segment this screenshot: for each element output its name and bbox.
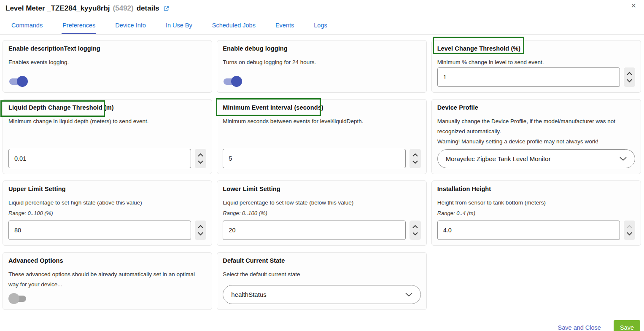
card-title: Installation Height xyxy=(437,186,635,192)
tab-device-info[interactable]: Device Info xyxy=(114,22,147,34)
toggle-thumb xyxy=(231,76,242,87)
stepper-down-icon[interactable] xyxy=(198,232,203,236)
header: Level Meter _TZE284_kyyu8rbj (5492) deta… xyxy=(0,0,644,13)
card-minimum-event-interval: Minimum Event Interval (seconds) Minimum… xyxy=(217,99,426,174)
preferences-grid: Enable descriptionText logging Enables e… xyxy=(0,35,644,310)
number-stepper xyxy=(195,149,206,168)
card-title: Advanced Options xyxy=(8,257,206,264)
card-description: Turns on debug logging for 24 hours. xyxy=(223,57,418,67)
card-title: Device Profile xyxy=(437,104,635,111)
liquid-depth-threshold-input[interactable] xyxy=(8,149,191,168)
card-title: Default Current State xyxy=(223,257,420,264)
device-name: Level Meter _TZE284_kyyu8rbj xyxy=(5,4,110,13)
minimum-event-interval-input[interactable] xyxy=(223,149,405,168)
number-stepper xyxy=(624,221,635,240)
toggle-thumb xyxy=(17,76,28,87)
advanced-options-toggle[interactable] xyxy=(9,293,27,304)
card-range: Range: 0..100 (%) xyxy=(223,210,420,216)
close-icon[interactable]: ✕ xyxy=(631,3,636,9)
card-warning: Warning! Manually setting a device profi… xyxy=(437,137,632,147)
card-title: Level Change Threshold (%) xyxy=(437,45,635,52)
card-lower-limit-setting: Lower Limit Setting Liquid percentage to… xyxy=(217,180,426,246)
card-range: Range: 0..4 (m) xyxy=(437,210,635,216)
save-and-close-button[interactable]: Save and Close xyxy=(558,324,601,331)
tab-bar: Commands Preferences Device Info In Use … xyxy=(0,13,644,35)
upper-limit-input[interactable] xyxy=(8,221,191,240)
tab-scheduled-jobs[interactable]: Scheduled Jobs xyxy=(211,22,256,34)
external-link-icon[interactable] xyxy=(163,5,170,12)
save-button[interactable]: Save xyxy=(614,320,640,331)
card-title: Upper Limit Setting xyxy=(8,186,206,192)
installation-height-input[interactable] xyxy=(437,221,620,240)
card-description: Minimum change in liquid depth (meters) … xyxy=(8,116,203,126)
card-description: Height from sensor to tank bottom (meter… xyxy=(437,198,632,208)
page-title: Level Meter _TZE284_kyyu8rbj (5492) deta… xyxy=(5,4,637,13)
card-enable-debug-logging: Enable debug logging Turns on debug logg… xyxy=(217,40,426,93)
chevron-down-icon xyxy=(405,293,412,297)
card-level-change-threshold: Level Change Threshold (%) Minimum % cha… xyxy=(431,40,641,93)
card-description: Minimum % change in level to send event. xyxy=(437,57,632,67)
footer-actions: Save and Close Save xyxy=(0,310,644,331)
empty-grid-cell xyxy=(431,252,641,310)
number-stepper xyxy=(195,221,206,240)
stepper-down-icon[interactable] xyxy=(627,79,632,83)
card-upper-limit-setting: Upper Limit Setting Liquid percentage to… xyxy=(3,180,212,246)
chevron-down-icon xyxy=(620,157,627,161)
number-stepper xyxy=(410,149,421,168)
card-advanced-options: Advanced Options These advanced options … xyxy=(3,252,212,310)
toggle-thumb xyxy=(8,293,19,304)
stepper-down-icon[interactable] xyxy=(412,232,418,236)
selected-value: Morayelec Zigbee Tank Level Monitor xyxy=(446,155,551,162)
card-description: Liquid percentage to set high state (abo… xyxy=(8,198,203,208)
debug-logging-toggle[interactable] xyxy=(224,76,241,87)
level-change-threshold-input[interactable] xyxy=(437,67,620,87)
device-profile-select[interactable]: Morayelec Zigbee Tank Level Monitor xyxy=(437,149,635,168)
device-id: (5492) xyxy=(113,4,134,13)
stepper-up-icon[interactable] xyxy=(198,225,203,229)
stepper-up-icon[interactable] xyxy=(198,153,203,157)
card-description: Minimum seconds between events for level… xyxy=(223,116,418,126)
card-device-profile: Device Profile Manually change the Devic… xyxy=(431,99,641,174)
card-range: Range: 0..100 (%) xyxy=(8,210,206,216)
tab-preferences[interactable]: Preferences xyxy=(62,22,96,34)
card-liquid-depth-change-threshold: Liquid Depth Change Threshold (m) Minimu… xyxy=(3,99,212,174)
tab-commands[interactable]: Commands xyxy=(11,22,43,34)
card-title: Minimum Event Interval (seconds) xyxy=(223,104,420,111)
card-description: Enables events logging. xyxy=(8,57,203,67)
card-installation-height: Installation Height Height from sensor t… xyxy=(431,180,641,246)
card-description: Select the default current state xyxy=(223,269,418,280)
stepper-up-icon[interactable] xyxy=(627,72,632,75)
tab-in-use-by[interactable]: In Use By xyxy=(165,22,193,34)
tab-logs[interactable]: Logs xyxy=(313,22,328,34)
card-title: Lower Limit Setting xyxy=(223,186,420,192)
stepper-up-icon[interactable] xyxy=(412,225,418,229)
card-description: Manually change the Device Profile, if t… xyxy=(437,116,632,137)
number-stepper xyxy=(410,221,421,240)
selected-value: healthStatus xyxy=(231,291,266,298)
default-current-state-select[interactable]: healthStatus xyxy=(223,285,420,304)
stepper-down-icon[interactable] xyxy=(198,160,203,164)
title-suffix: details xyxy=(137,4,159,13)
card-default-current-state: Default Current State Select the default… xyxy=(217,252,426,310)
number-stepper xyxy=(624,67,635,87)
card-title: Liquid Depth Change Threshold (m) xyxy=(8,104,206,111)
tab-events[interactable]: Events xyxy=(275,22,295,34)
lower-limit-input[interactable] xyxy=(223,221,405,240)
stepper-up-icon[interactable] xyxy=(412,153,418,157)
stepper-up-icon-disabled[interactable] xyxy=(627,225,632,229)
stepper-down-icon[interactable] xyxy=(627,232,632,236)
card-description: These advanced options should be already… xyxy=(8,269,203,290)
card-title: Enable debug logging xyxy=(223,45,420,52)
card-description: Liquid percentage to set low state (belo… xyxy=(223,198,418,208)
card-title: Enable descriptionText logging xyxy=(8,45,206,52)
descriptiontext-logging-toggle[interactable] xyxy=(9,76,27,87)
stepper-down-icon[interactable] xyxy=(412,160,418,164)
card-enable-descriptiontext-logging: Enable descriptionText logging Enables e… xyxy=(3,40,212,93)
